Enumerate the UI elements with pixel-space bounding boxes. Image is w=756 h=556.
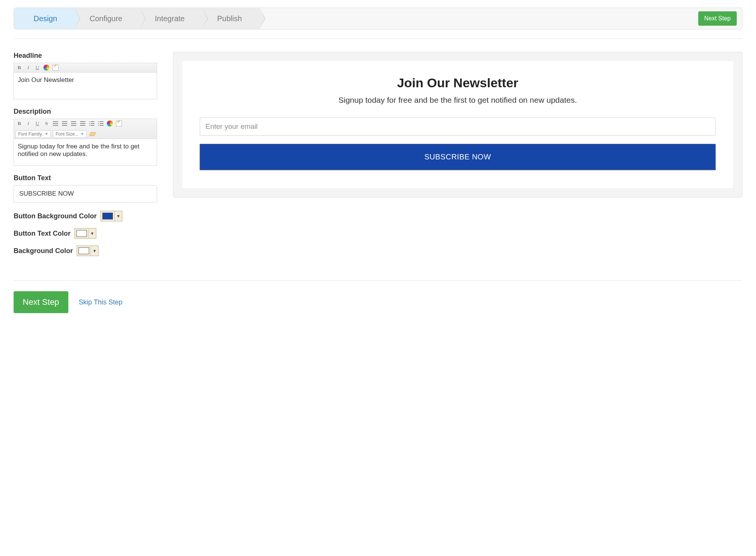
footer-actions: Next Step Skip This Step xyxy=(14,291,742,313)
background-color-label: Background Color xyxy=(14,247,73,255)
preview-panel: Join Our Newsletter Signup today for fre… xyxy=(173,52,742,198)
wizard-steps: Design Configure Integrate Publish xyxy=(14,8,353,29)
description-label: Description xyxy=(14,108,157,116)
align-right-icon[interactable] xyxy=(70,120,77,127)
description-input[interactable]: Signup today for free and be the first t… xyxy=(14,139,157,165)
wizard-step-label: Publish xyxy=(217,14,242,23)
button-bg-color-label: Button Background Color xyxy=(14,212,97,220)
button-bg-color-picker[interactable]: ▼ xyxy=(100,211,122,221)
clear-format-icon[interactable] xyxy=(89,130,96,138)
edit-icon[interactable] xyxy=(52,64,59,71)
font-family-select[interactable]: Font Family. xyxy=(15,130,51,138)
bold-icon[interactable]: B xyxy=(15,64,23,71)
wizard-step-label: Design xyxy=(34,14,57,23)
headline-input[interactable]: Join Our Newsletter xyxy=(14,73,157,99)
button-text-label: Button Text xyxy=(14,174,157,182)
headline-editor: B I U Join Our Newsletter xyxy=(14,63,157,99)
description-editor: B I U S Font Family. Font Size... Signup… xyxy=(14,119,157,166)
chevron-down-icon: ▼ xyxy=(88,229,96,238)
align-left-icon[interactable] xyxy=(52,120,59,127)
wizard-bar: Design Configure Integrate Publish Next … xyxy=(14,8,742,29)
italic-icon[interactable]: I xyxy=(25,64,32,71)
preview-headline: Join Our Newsletter xyxy=(200,76,716,90)
skip-step-link[interactable]: Skip This Step xyxy=(79,298,123,306)
preview-description: Signup today for free and be the first t… xyxy=(200,96,716,105)
button-text-input[interactable] xyxy=(14,185,157,202)
separator xyxy=(14,280,742,281)
strike-icon[interactable]: S xyxy=(43,120,50,127)
unordered-list-icon[interactable] xyxy=(97,120,105,127)
color-swatch xyxy=(79,247,89,254)
background-color-picker[interactable]: ▼ xyxy=(77,246,99,256)
next-step-button-top[interactable]: Next Step xyxy=(698,11,737,26)
chevron-down-icon: ▼ xyxy=(91,246,98,256)
edit-icon[interactable] xyxy=(115,120,123,127)
preview-subscribe-button[interactable]: SUBSCRIBE NOW xyxy=(200,144,716,170)
underline-icon[interactable]: U xyxy=(34,64,41,71)
color-swatch xyxy=(102,213,113,219)
align-center-icon[interactable] xyxy=(61,120,68,127)
description-toolbar: B I U S Font Family. Font Size... xyxy=(14,119,157,139)
font-size-select[interactable]: Font Size... xyxy=(53,130,86,138)
wizard-step-configure[interactable]: Configure xyxy=(74,8,140,29)
headline-toolbar: B I U xyxy=(14,63,157,73)
wizard-step-publish[interactable]: Publish xyxy=(202,8,259,29)
wizard-step-integrate[interactable]: Integrate xyxy=(140,8,202,29)
text-color-icon[interactable] xyxy=(106,120,114,127)
wizard-step-label: Integrate xyxy=(155,14,185,23)
ordered-list-icon[interactable] xyxy=(88,120,96,127)
next-step-button-bottom[interactable]: Next Step xyxy=(14,291,68,313)
wizard-step-design[interactable]: Design xyxy=(14,8,74,29)
wizard-step-label: Configure xyxy=(89,14,122,23)
design-form: Headline B I U Join Our Newsletter Descr… xyxy=(14,52,157,263)
italic-icon[interactable]: I xyxy=(25,120,32,127)
underline-icon[interactable]: U xyxy=(34,120,41,127)
separator xyxy=(14,39,742,39)
text-color-icon[interactable] xyxy=(43,64,50,71)
align-justify-icon[interactable] xyxy=(79,120,86,127)
preview-email-input[interactable] xyxy=(200,117,716,136)
preview-card: Join Our Newsletter Signup today for fre… xyxy=(182,61,733,188)
button-text-color-picker[interactable]: ▼ xyxy=(74,228,96,239)
bold-icon[interactable]: B xyxy=(15,120,23,127)
headline-label: Headline xyxy=(14,52,157,60)
color-swatch xyxy=(76,230,87,237)
button-text-color-label: Button Text Color xyxy=(14,230,71,238)
chevron-down-icon: ▼ xyxy=(114,211,122,221)
